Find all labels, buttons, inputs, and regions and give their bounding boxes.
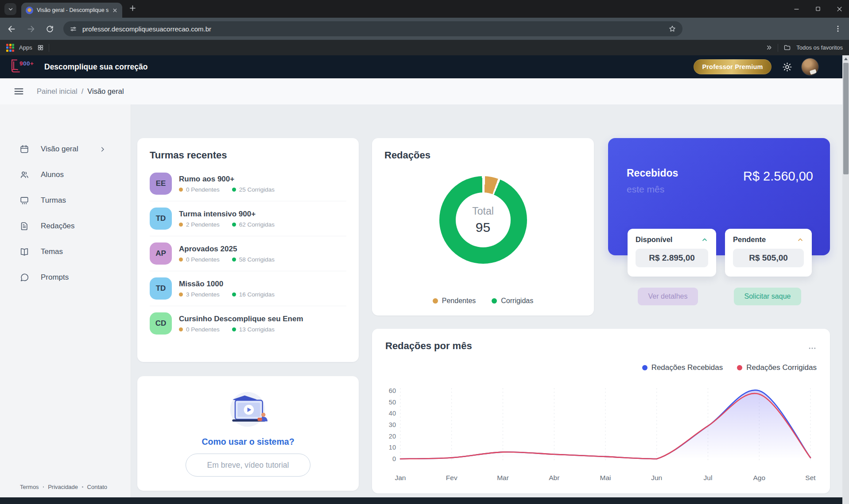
turma-row[interactable]: TDTurma intensivo 900+2 Pendentes62 Corr… (150, 201, 346, 236)
card-title: Redações (384, 150, 582, 161)
sidebar-item-label: Redações (41, 222, 75, 231)
scroll-up-arrow-icon[interactable] (842, 55, 849, 62)
line-chart-legend: Redações RecebidasRedações Corrigidas (385, 363, 817, 372)
sidebar-item-prompts[interactable]: Prompts (0, 265, 131, 290)
window-maximize-button[interactable] (815, 6, 821, 12)
breadcrumb: Painel inicial / Visão geral (37, 87, 124, 96)
all-bookmarks-button[interactable]: Todos os favoritos (796, 44, 843, 51)
footer-link[interactable]: Privacidade (48, 484, 78, 490)
recebidos-subtitle: este mês (627, 184, 664, 195)
pendentes-stat: 0 Pendentes (179, 186, 220, 193)
apps-shortcut[interactable]: Apps (19, 44, 32, 51)
tab-search-button[interactable] (4, 3, 16, 15)
pendentes-stat: 3 Pendentes (179, 291, 220, 298)
turma-row[interactable]: TDMissão 10003 Pendentes16 Corrigidas (150, 271, 346, 306)
turma-name: Turma intensivo 900+ (179, 210, 275, 219)
turma-row[interactable]: CDCursinho Descomplique seu Enem0 Penden… (150, 306, 346, 341)
howto-link[interactable]: Como usar o sistema? (202, 437, 294, 447)
dot-separator (82, 486, 83, 488)
legend-item: Redações Recebidas (642, 363, 723, 372)
turma-row[interactable]: EERumo aos 900+0 Pendentes25 Corrigidas (150, 166, 346, 201)
sidebar-item-label: Prompts (41, 273, 69, 282)
message-icon (19, 273, 29, 282)
corrigidas-dot-icon (232, 223, 236, 227)
new-tab-button[interactable] (128, 4, 137, 12)
turmas-list: EERumo aos 900+0 Pendentes25 CorrigidasT… (150, 166, 346, 341)
svg-text:0: 0 (392, 455, 396, 462)
tab-close-icon[interactable] (112, 8, 118, 13)
browser-tab[interactable]: Visão geral - Descomplique sua (21, 3, 122, 18)
turma-avatar: TD (150, 277, 172, 300)
sidebar-item-label: Visão geral (41, 145, 78, 154)
window-minimize-button[interactable] (793, 6, 800, 12)
pendentes-stat: 0 Pendentes (179, 256, 220, 263)
svg-text:Fev: Fev (446, 474, 457, 481)
tutorial-illustration (221, 390, 275, 430)
theme-toggle-sun-icon[interactable] (782, 62, 792, 72)
window-close-button[interactable] (836, 6, 843, 12)
donut-legend: PendentesCorrigidas (372, 297, 594, 305)
pendentes-dot-icon (179, 327, 183, 331)
file-text-icon (19, 221, 29, 231)
chevron-right-icon[interactable] (99, 146, 106, 153)
bookmark-star-icon[interactable] (668, 25, 676, 33)
app-logo[interactable]: 900+ (10, 58, 35, 75)
svg-text:Jul: Jul (704, 474, 713, 481)
browser-menu-icon[interactable] (834, 25, 842, 33)
window-bottom-edge (0, 497, 842, 504)
url-bar[interactable]: professor.descompliquesuacorrecao.com.br (63, 21, 682, 36)
corrigidas-stat: 13 Corrigidas (232, 326, 275, 333)
vertical-scrollbar[interactable] (842, 55, 849, 504)
app-header: 900+ Descomplique sua correção Professor… (0, 55, 849, 78)
back-button[interactable] (4, 21, 19, 36)
corrigidas-dot-icon (232, 258, 236, 262)
ver-detalhes-button[interactable]: Ver detalhes (638, 288, 698, 305)
corrigidas-dot-icon (232, 188, 236, 192)
svg-text:Jun: Jun (651, 474, 662, 481)
sidebar-item-turmas[interactable]: Turmas (0, 188, 131, 213)
corrigidas-stat: 58 Corrigidas (232, 256, 275, 263)
sidebar-item-alunos[interactable]: Alunos (0, 162, 131, 188)
svg-text:Set: Set (805, 474, 816, 481)
svg-text:20: 20 (389, 433, 396, 440)
menu-hamburger-icon[interactable] (13, 86, 24, 97)
corrigidas-dot-icon (232, 327, 236, 331)
sidebar-item-label: Turmas (41, 196, 66, 205)
solicitar-saque-button[interactable]: Solicitar saque (734, 288, 801, 305)
svg-text:30: 30 (389, 421, 396, 428)
forward-button[interactable] (23, 21, 38, 36)
sidebar-item-redacoes[interactable]: Redações (0, 213, 131, 239)
chevron-up-icon[interactable] (797, 236, 804, 243)
corrigidas-stat: 25 Corrigidas (232, 186, 275, 193)
turma-avatar: EE (150, 173, 172, 195)
tutorial-soon-button[interactable]: Em breve, vídeo tutorial (186, 454, 310, 477)
user-avatar[interactable] (801, 58, 819, 76)
grid-icon[interactable] (37, 44, 44, 51)
pendentes-dot-icon (179, 188, 183, 192)
legend-dot-icon (433, 298, 438, 304)
turma-name: Aprovados 2025 (179, 245, 275, 254)
footer-link[interactable]: Termos (20, 484, 39, 490)
turma-name: Cursinho Descomplique seu Enem (179, 315, 303, 323)
tab-title: Visão geral - Descomplique sua (37, 7, 109, 13)
donut-total-label: Total (472, 205, 494, 217)
chevron-up-icon[interactable] (701, 236, 708, 243)
sidebar-item-temas[interactable]: Temas (0, 239, 131, 265)
reload-button[interactable] (42, 21, 57, 36)
folder-icon (783, 44, 791, 51)
pendente-value: R$ 505,00 (733, 249, 804, 267)
pendentes-stat: 0 Pendentes (179, 326, 220, 333)
pendentes-stat: 2 Pendentes (179, 221, 220, 228)
pendente-box: Pendente R$ 505,00 (725, 229, 812, 277)
more-options-icon[interactable] (808, 344, 817, 353)
pendentes-dot-icon (179, 258, 183, 262)
breadcrumb-parent[interactable]: Painel inicial (37, 87, 78, 96)
scrollbar-thumb[interactable] (843, 63, 849, 174)
footer-link[interactable]: Contato (87, 484, 108, 490)
svg-text:Jan: Jan (395, 474, 406, 481)
redacoes-card: Redações Total 95 PendentesCorrigidas (372, 138, 594, 315)
sidebar-item-visao-geral[interactable]: Visão geral (0, 136, 131, 162)
bookmarks-overflow-icon[interactable] (766, 44, 772, 51)
site-settings-icon[interactable] (70, 25, 77, 33)
turma-row[interactable]: APAprovados 20250 Pendentes58 Corrigidas (150, 236, 346, 271)
